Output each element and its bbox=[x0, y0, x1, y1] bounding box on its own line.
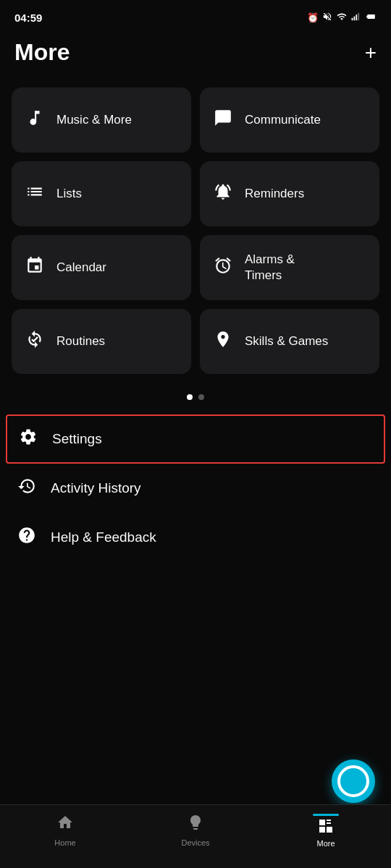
skills-icon bbox=[211, 330, 235, 353]
activity-history-menu-item[interactable]: Activity History bbox=[0, 464, 391, 513]
activity-history-label: Activity History bbox=[51, 480, 141, 496]
home-icon bbox=[56, 814, 74, 835]
status-icons: ⏰ bbox=[307, 12, 377, 24]
reminder-icon bbox=[211, 182, 235, 205]
nav-more[interactable]: More bbox=[261, 814, 391, 848]
calendar-icon bbox=[23, 256, 46, 279]
svg-rect-2 bbox=[356, 14, 357, 20]
nav-devices[interactable]: Devices bbox=[130, 814, 261, 847]
svg-rect-0 bbox=[352, 17, 353, 20]
help-feedback-label: Help & Feedback bbox=[51, 529, 156, 545]
bulb-icon bbox=[187, 814, 204, 835]
nav-home[interactable]: Home bbox=[0, 814, 130, 847]
tile-music-more-label: Music & More bbox=[56, 112, 132, 128]
grid-menu: Music & More Communicate Lists Reminders bbox=[0, 80, 391, 381]
tile-reminders[interactable]: Reminders bbox=[200, 161, 379, 226]
svg-rect-1 bbox=[354, 16, 356, 20]
dot-1[interactable] bbox=[187, 394, 193, 400]
alarm-clock-icon bbox=[211, 256, 235, 279]
tile-routines[interactable]: Routines bbox=[12, 309, 191, 374]
settings-menu-item[interactable]: Settings bbox=[6, 414, 385, 464]
tile-lists-label: Lists bbox=[56, 186, 82, 202]
list-icon bbox=[23, 182, 46, 205]
history-icon bbox=[16, 477, 38, 500]
add-button[interactable]: + bbox=[365, 43, 377, 63]
nav-home-label: Home bbox=[54, 838, 75, 847]
settings-label: Settings bbox=[52, 431, 102, 447]
status-time: 04:59 bbox=[14, 12, 42, 24]
tile-skills-games[interactable]: Skills & Games bbox=[200, 309, 379, 374]
battery-status-icon bbox=[365, 12, 377, 24]
mute-status-icon bbox=[322, 12, 332, 24]
bottom-nav: Home Devices More bbox=[0, 804, 391, 868]
music-icon bbox=[23, 109, 46, 132]
tile-communicate[interactable]: Communicate bbox=[200, 88, 379, 153]
gear-icon bbox=[17, 427, 39, 451]
alarm-status-icon: ⏰ bbox=[307, 12, 319, 23]
alexa-fab-button[interactable] bbox=[332, 760, 375, 803]
page-title: More bbox=[14, 39, 70, 66]
nav-more-active-bar bbox=[313, 814, 339, 816]
alexa-ring bbox=[337, 765, 369, 797]
grid-icon bbox=[317, 817, 335, 839]
chat-icon bbox=[211, 109, 235, 132]
nav-more-label: More bbox=[316, 839, 335, 848]
signal-status-icon bbox=[351, 12, 361, 24]
wifi-status-icon bbox=[336, 12, 348, 24]
tile-lists[interactable]: Lists bbox=[12, 161, 191, 226]
tile-alarms-timers[interactable]: Alarms &Timers bbox=[200, 235, 379, 300]
menu-list: Settings Activity History Help & Feedbac… bbox=[0, 407, 391, 569]
help-icon bbox=[16, 526, 38, 549]
svg-rect-3 bbox=[358, 12, 359, 20]
page-header: More + bbox=[0, 32, 391, 80]
tile-routines-label: Routines bbox=[56, 333, 105, 349]
tile-music-more[interactable]: Music & More bbox=[12, 88, 191, 153]
dot-2[interactable] bbox=[198, 394, 204, 400]
help-feedback-menu-item[interactable]: Help & Feedback bbox=[0, 513, 391, 562]
status-bar: 04:59 ⏰ bbox=[0, 0, 391, 32]
pagination-dots bbox=[0, 381, 391, 407]
tile-communicate-label: Communicate bbox=[245, 112, 321, 128]
tile-alarms-timers-label: Alarms &Timers bbox=[245, 252, 295, 284]
routine-icon bbox=[23, 330, 46, 353]
tile-calendar[interactable]: Calendar bbox=[12, 235, 191, 300]
tile-calendar-label: Calendar bbox=[56, 260, 106, 276]
tile-reminders-label: Reminders bbox=[245, 186, 304, 202]
tile-skills-games-label: Skills & Games bbox=[245, 333, 328, 349]
nav-devices-label: Devices bbox=[181, 838, 209, 847]
